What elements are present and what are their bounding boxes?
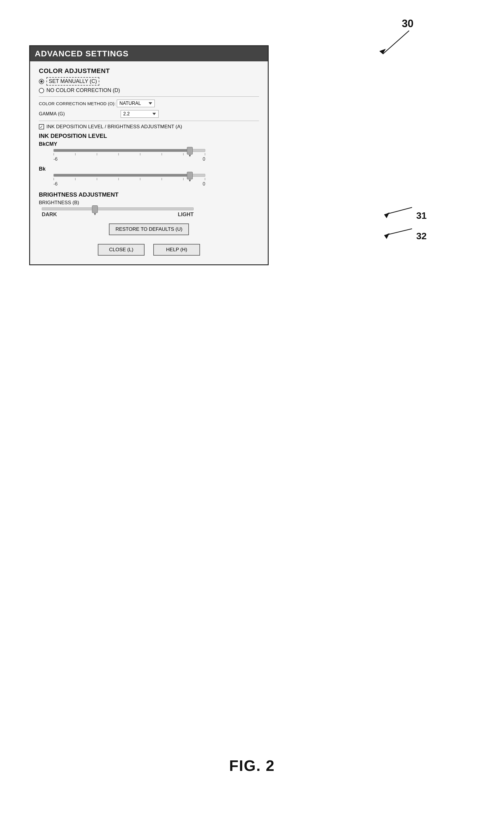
- svg-line-4: [384, 229, 412, 236]
- ink-deposition-title: INK DEPOSITION LEVEL: [39, 133, 259, 139]
- gamma-dropdown-arrow: [152, 113, 156, 115]
- bkcmy-max-label: 0: [203, 157, 205, 162]
- brightness-slider-thumb[interactable]: [92, 205, 98, 213]
- advanced-settings-dialog: ADVANCED SETTINGS COLOR ADJUSTMENT SET M…: [29, 45, 269, 265]
- brightness-title: BRIGHTNESS ADJUSTMENT: [39, 191, 259, 198]
- bk-tick-1: [53, 178, 54, 180]
- restore-defaults-button[interactable]: RESTORE TO DEFAULTS (U): [109, 224, 189, 235]
- bk-slider-container: -6 0: [39, 174, 259, 187]
- svg-marker-5: [384, 233, 390, 239]
- close-button[interactable]: CLOSE (L): [98, 244, 145, 256]
- brightness-slider-track[interactable]: [42, 207, 194, 210]
- dark-light-labels: DARK LIGHT: [42, 211, 194, 217]
- divider-2: [39, 120, 259, 121]
- radio-set-manually[interactable]: SET MANUALLY (C): [39, 77, 259, 86]
- radio-set-manually-circle[interactable]: [39, 79, 44, 84]
- ink-checkbox[interactable]: [39, 124, 44, 130]
- gamma-dropdown[interactable]: 2.2: [120, 110, 159, 118]
- color-correction-dropdown[interactable]: NATURAL: [117, 100, 155, 107]
- bk-tick-3: [97, 178, 97, 180]
- page-wrapper: 30 31 32 ADVANCED SETTINGS COLOR ADJUSTM…: [0, 0, 504, 827]
- color-correction-label: COLOR CORRECTION METHOD (O):: [39, 101, 116, 106]
- brightness-label: BRIGHTNESS (B): [39, 200, 259, 206]
- tick-1: [53, 153, 54, 155]
- radio-no-correction[interactable]: NO COLOR CORRECTION (D): [39, 87, 259, 94]
- bk-slider-track[interactable]: [53, 174, 205, 177]
- svg-line-0: [383, 31, 409, 54]
- tick-7: [183, 153, 184, 155]
- bkcmy-slider-track[interactable]: [53, 149, 205, 152]
- arrow-30: [359, 28, 418, 63]
- bk-tick-2: [75, 178, 75, 180]
- ref-number-30: 30: [402, 17, 413, 30]
- radio-no-correction-circle[interactable]: [39, 88, 44, 93]
- dialog-titlebar: ADVANCED SETTINGS: [30, 46, 268, 61]
- color-correction-dropdown-arrow: [149, 102, 152, 105]
- bkcmy-slider-fill: [54, 149, 190, 152]
- bk-tick-8: [205, 178, 205, 180]
- bkcmy-slider-ticks: [53, 153, 205, 155]
- svg-marker-1: [379, 49, 386, 54]
- bk-min-label: -6: [53, 181, 57, 187]
- ink-checkbox-row[interactable]: INK DEPOSITION LEVEL / BRIGHTNESS ADJUST…: [39, 124, 259, 130]
- arrow-31: [367, 203, 419, 221]
- ref-number-31: 31: [416, 210, 426, 221]
- bkcmy-slider-labels: -6 0: [53, 157, 205, 162]
- dialog-body: COLOR ADJUSTMENT SET MANUALLY (C) NO COL…: [30, 61, 268, 264]
- dialog-title: ADVANCED SETTINGS: [35, 49, 129, 58]
- color-correction-value: NATURAL: [119, 101, 141, 106]
- tick-3: [97, 153, 97, 155]
- radio-no-correction-label: NO COLOR CORRECTION (D): [46, 87, 120, 94]
- restore-btn-row: RESTORE TO DEFAULTS (U): [39, 224, 259, 235]
- bottom-buttons: CLOSE (L) HELP (H): [39, 244, 259, 256]
- bkcmy-label: BkCMY: [39, 141, 259, 147]
- bk-tick-4: [118, 178, 119, 180]
- gamma-label: GAMMA (G): [39, 111, 103, 116]
- bk-slider-thumb[interactable]: [187, 172, 193, 179]
- bk-slider-ticks: [53, 178, 205, 180]
- bkcmy-min-label: -6: [53, 157, 57, 162]
- fig-caption: FIG. 2: [229, 757, 275, 774]
- tick-6: [161, 153, 162, 155]
- tick-8: [205, 153, 205, 155]
- arrow-32: [367, 224, 419, 242]
- bk-label: Bk: [39, 166, 259, 172]
- tick-2: [75, 153, 75, 155]
- ref-number-32: 32: [416, 231, 426, 242]
- bk-max-label: 0: [203, 181, 205, 187]
- gamma-row: GAMMA (G) 2.2: [39, 110, 259, 118]
- bk-tick-6: [161, 178, 162, 180]
- color-correction-row: COLOR CORRECTION METHOD (O): NATURAL: [39, 100, 259, 107]
- bk-slider-labels: -6 0: [53, 181, 205, 187]
- gamma-value: 2.2: [123, 111, 130, 116]
- divider-1: [39, 96, 259, 97]
- tick-4: [118, 153, 119, 155]
- light-label: LIGHT: [178, 211, 194, 217]
- color-radio-group: SET MANUALLY (C) NO COLOR CORRECTION (D): [39, 77, 259, 94]
- radio-set-manually-label: SET MANUALLY (C): [46, 77, 99, 86]
- color-adjustment-title: COLOR ADJUSTMENT: [39, 67, 259, 75]
- bkcmy-slider-thumb[interactable]: [187, 147, 193, 154]
- dark-label: DARK: [42, 211, 57, 217]
- svg-line-2: [384, 207, 412, 215]
- brightness-slider-container: DARK LIGHT: [39, 207, 259, 217]
- bk-tick-7: [183, 178, 184, 180]
- bkcmy-slider-container: -6 0: [39, 149, 259, 162]
- bk-slider-fill: [54, 174, 190, 177]
- bk-tick-5: [140, 178, 141, 180]
- svg-marker-3: [384, 212, 390, 218]
- tick-5: [140, 153, 141, 155]
- ink-checkbox-label: INK DEPOSITION LEVEL / BRIGHTNESS ADJUST…: [46, 124, 182, 130]
- help-button[interactable]: HELP (H): [153, 244, 200, 256]
- brightness-section: BRIGHTNESS ADJUSTMENT BRIGHTNESS (B) DAR…: [39, 191, 259, 217]
